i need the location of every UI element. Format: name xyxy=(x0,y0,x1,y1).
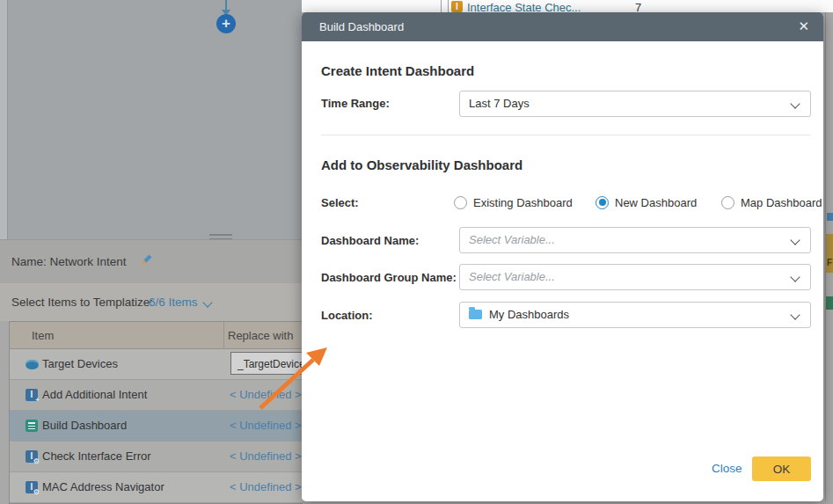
app-screen: + I Interface State Chec... 7 Name: Netw… xyxy=(0,0,833,504)
table-row-add-additional-intent[interactable]: I+ Add Additional Intent < Undefined > xyxy=(10,380,303,411)
time-range-label: Time Range: xyxy=(321,97,390,110)
observability-heading: Add to Observability Dashboard xyxy=(321,157,522,172)
close-button[interactable]: Close xyxy=(712,462,742,475)
templatize-items-link[interactable]: 6/6 Items xyxy=(149,296,198,309)
add-node-plus-icon[interactable]: + xyxy=(216,14,236,33)
mac-address-navigator-icon: I⚙ xyxy=(26,481,38,493)
time-range-value: Last 7 Days xyxy=(469,97,530,110)
build-dashboard-dialog: Build Dashboard ✕ Create Intent Dashboar… xyxy=(302,12,823,501)
panel-divider xyxy=(448,0,449,12)
intent-name-label: Name: Network Intent xyxy=(11,255,127,268)
folder-icon xyxy=(469,310,482,319)
edit-pencil-icon[interactable] xyxy=(139,254,152,267)
right-strip-yellow-fragment: F xyxy=(826,234,833,273)
dialog-titlebar[interactable]: Build Dashboard ✕ xyxy=(302,12,823,41)
chevron-down-icon xyxy=(790,99,800,108)
templatize-items-table: Item Replace with Target Devices _Target… xyxy=(9,321,303,504)
column-divider xyxy=(223,322,224,348)
chevron-down-icon xyxy=(790,272,800,281)
column-header-item: Item xyxy=(32,329,54,342)
placeholder-text: Select Variable... xyxy=(469,233,555,246)
location-select[interactable]: My Dashboards xyxy=(459,302,811,328)
table-row-check-interface-error[interactable]: I⚙ Check Interface Error < Undefined > xyxy=(10,442,303,472)
table-header: Item Replace with xyxy=(10,322,303,349)
build-dashboard-icon xyxy=(26,420,38,432)
background-top-bar: I Interface State Chec... 7 xyxy=(302,0,833,12)
create-intent-dashboard-heading: Create Intent Dashboard xyxy=(321,63,474,78)
row-label: Target Devices xyxy=(42,357,118,370)
section-divider xyxy=(321,135,811,135)
intent-flow-canvas: + xyxy=(0,0,302,239)
radio-label: Existing Dashboard xyxy=(473,196,573,209)
chevron-down-icon[interactable] xyxy=(202,297,212,307)
undefined-link[interactable]: < Undefined > xyxy=(230,419,302,432)
intent-name-bar: Name: Network Intent xyxy=(0,239,302,284)
plus-badge-icon: + xyxy=(35,397,40,404)
table-row-build-dashboard[interactable]: Build Dashboard < Undefined > xyxy=(10,411,303,442)
dashboard-group-name-label: Dashboard Group Name: xyxy=(321,271,457,284)
gear-badge-icon: ⚙ xyxy=(33,489,40,496)
radio-circle-icon[interactable] xyxy=(721,196,734,209)
undefined-link[interactable]: < Undefined > xyxy=(230,388,302,401)
gear-badge-icon: ⚙ xyxy=(33,458,40,465)
row-label: MAC Address Navigator xyxy=(42,480,164,493)
intent-icon: I xyxy=(451,1,463,12)
panel-drag-handle[interactable] xyxy=(209,234,232,236)
radio-new-dashboard[interactable]: New Dashboard xyxy=(596,194,697,211)
interface-state-check-count: 7 xyxy=(635,1,641,12)
replace-with-input[interactable]: _TargetDevices xyxy=(230,352,311,375)
radio-label: New Dashboard xyxy=(615,196,697,209)
column-header-replace-with: Replace with xyxy=(228,329,293,342)
right-strip-green-fragment xyxy=(826,296,833,310)
radio-map-dashboard[interactable]: Map Dashboard xyxy=(721,194,822,211)
location-value: My Dashboards xyxy=(489,308,569,321)
select-label: Select: xyxy=(321,196,359,209)
row-label: Add Additional Intent xyxy=(42,388,147,401)
add-intent-icon: I+ xyxy=(26,389,38,401)
undefined-link[interactable]: < Undefined > xyxy=(230,449,302,463)
radio-label: Map Dashboard xyxy=(741,196,822,209)
ok-button[interactable]: OK xyxy=(752,457,811,481)
target-devices-icon xyxy=(26,360,39,369)
dashboard-name-select[interactable]: Select Variable... xyxy=(459,227,811,253)
placeholder-text: Select Variable... xyxy=(469,270,555,283)
templatize-label: Select Items to Templatize: xyxy=(11,296,153,309)
radio-existing-dashboard[interactable]: Existing Dashboard xyxy=(454,194,573,211)
undefined-link[interactable]: < Undefined > xyxy=(230,480,302,493)
dashboard-group-name-select[interactable]: Select Variable... xyxy=(459,264,811,290)
dashboard-lines-glyph xyxy=(28,422,35,429)
time-range-select[interactable]: Last 7 Days xyxy=(459,91,811,117)
right-strip-blue-fragment xyxy=(827,213,833,221)
check-interface-error-icon: I⚙ xyxy=(26,450,38,463)
row-label: Check Interface Error xyxy=(42,449,151,463)
table-row-mac-address-navigator[interactable]: I⚙ MAC Address Navigator < Undefined > xyxy=(10,472,303,503)
panel-divider xyxy=(441,0,442,12)
close-icon[interactable]: ✕ xyxy=(798,18,809,34)
table-row-target-devices[interactable]: Target Devices _TargetDevices xyxy=(10,349,303,380)
dialog-title: Build Dashboard xyxy=(319,20,404,33)
chevron-down-icon xyxy=(790,310,800,319)
radio-circle-icon[interactable] xyxy=(454,196,467,209)
dashboard-name-label: Dashboard Name: xyxy=(321,234,419,247)
location-label: Location: xyxy=(321,309,373,322)
row-label: Build Dashboard xyxy=(42,419,127,432)
templatize-bar: Select Items to Templatize: 6/6 Items xyxy=(0,283,302,321)
chevron-down-icon xyxy=(790,235,800,245)
radio-circle-selected-icon[interactable] xyxy=(596,196,609,209)
interface-state-check-link[interactable]: Interface State Chec... xyxy=(467,1,581,12)
canvas-left-strip xyxy=(0,0,8,239)
